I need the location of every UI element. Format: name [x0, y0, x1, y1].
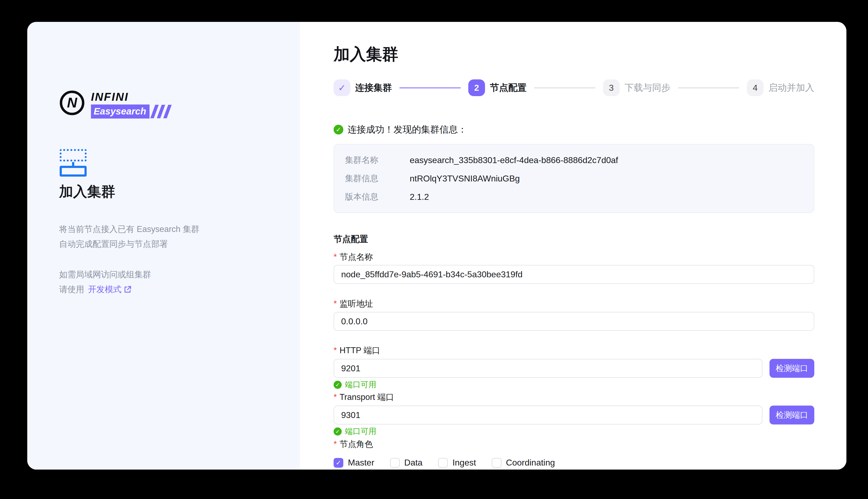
- node-config-section-title: 节点配置: [334, 234, 814, 244]
- node-name-input[interactable]: [334, 265, 814, 284]
- sidebar: N INFINI Easysearch 加入集群 将当前节点接入已有 Easys…: [27, 22, 300, 470]
- step-1-check-icon: ✓: [334, 80, 350, 96]
- http-port-status: ✓ 端口可用: [334, 380, 814, 390]
- node-roles-label: *节点角色: [334, 439, 814, 450]
- step-node-config[interactable]: 2 节点配置: [468, 80, 526, 96]
- step-connect-cluster[interactable]: ✓ 连接集群: [334, 80, 392, 96]
- transport-port-input[interactable]: [334, 405, 762, 425]
- role-ingest-label: Ingest: [452, 458, 476, 468]
- svg-text:N: N: [67, 95, 77, 110]
- role-master-label: Master: [348, 458, 374, 468]
- brand-name: INFINI: [91, 91, 169, 103]
- brand-text: INFINI Easysearch: [91, 91, 169, 119]
- brand-slashes-icon: [153, 105, 169, 118]
- transport-port-row: 检测端口: [334, 405, 814, 425]
- check-http-port-button[interactable]: 检测端口: [769, 359, 814, 378]
- sidebar-title: 加入集群: [59, 182, 115, 201]
- step-connector-1: [399, 87, 461, 88]
- cluster-uuid-label: 集群信息: [345, 173, 410, 184]
- cluster-uuid-value: ntROlqY3TVSNI8AWniuGBg: [410, 174, 520, 184]
- success-text: 连接成功！发现的集群信息：: [348, 123, 467, 136]
- sidebar-note-prefix: 请使用: [59, 282, 84, 297]
- connection-success-message: ✓ 连接成功！发现的集群信息：: [334, 123, 814, 136]
- step-1-label: 连接集群: [355, 82, 392, 94]
- role-coordinating-checkbox[interactable]: [492, 458, 501, 468]
- cluster-uuid-row: 集群信息 ntROlqY3TVSNI8AWniuGBg: [345, 169, 803, 188]
- cluster-info-panel: 集群名称 easysearch_335b8301-e8cf-4dea-b866-…: [334, 144, 814, 213]
- http-port-row: 检测端口: [334, 359, 814, 378]
- http-port-input[interactable]: [334, 359, 762, 378]
- success-check-icon: ✓: [334, 125, 343, 134]
- dev-mode-link[interactable]: 开发模式: [88, 282, 132, 297]
- brand-product: Easysearch: [91, 105, 150, 119]
- required-asterisk: *: [334, 392, 337, 402]
- cluster-name-row: 集群名称 easysearch_335b8301-e8cf-4dea-b866-…: [345, 151, 803, 169]
- infini-logo: N INFINI Easysearch: [59, 90, 169, 119]
- required-asterisk: *: [334, 345, 337, 355]
- sidebar-desc-line2: 自动完成配置同步与节点部署: [59, 236, 199, 252]
- main-panel: 加入集群 ✓ 连接集群 2 节点配置 3 下载与同步 4 启动并加入 ✓: [300, 22, 846, 470]
- cluster-version-value: 2.1.2: [410, 192, 429, 202]
- http-port-status-text: 端口可用: [345, 379, 376, 390]
- transport-port-label: *Transport 端口: [334, 392, 814, 403]
- port-ok-icon: ✓: [334, 381, 342, 389]
- role-ingest-checkbox[interactable]: [438, 458, 448, 468]
- listen-address-label: *监听地址: [334, 299, 814, 309]
- cluster-version-row: 版本信息 2.1.2: [345, 188, 803, 206]
- step-2-badge: 2: [468, 80, 485, 96]
- external-link-icon: [124, 285, 132, 293]
- check-transport-port-button[interactable]: 检测端口: [769, 405, 814, 425]
- node-roles-group: ✓ Master Data Ingest Coordinating: [334, 458, 814, 468]
- step-4-badge: 4: [747, 80, 764, 96]
- step-2-label: 节点配置: [490, 82, 526, 94]
- node-name-label: *节点名称: [334, 252, 814, 263]
- infini-logo-icon: N: [59, 90, 85, 116]
- page-title: 加入集群: [334, 46, 814, 63]
- role-master-checkbox[interactable]: ✓: [334, 458, 343, 468]
- role-coordinating-label: Coordinating: [506, 458, 555, 468]
- step-4-label: 启动并加入: [768, 82, 814, 94]
- role-data-label: Data: [404, 458, 423, 468]
- sidebar-note-line1: 如需局域网访问或组集群: [59, 267, 151, 282]
- listen-address-input[interactable]: [334, 312, 814, 331]
- sidebar-desc-line1: 将当前节点接入已有 Easysearch 集群: [59, 222, 199, 236]
- sidebar-note: 如需局域网访问或组集群 请使用 开发模式: [59, 267, 151, 297]
- required-asterisk: *: [334, 439, 337, 449]
- cluster-name-value: easysearch_335b8301-e8cf-4dea-b866-8886d…: [410, 155, 618, 165]
- role-master-option[interactable]: ✓ Master: [334, 458, 374, 468]
- required-asterisk: *: [334, 252, 337, 261]
- sidebar-description: 将当前节点接入已有 Easysearch 集群 自动完成配置同步与节点部署: [59, 222, 199, 252]
- stepper: ✓ 连接集群 2 节点配置 3 下载与同步 4 启动并加入: [334, 80, 814, 96]
- step-connector-2: [534, 87, 595, 88]
- role-data-checkbox[interactable]: [390, 458, 400, 468]
- port-ok-icon: ✓: [334, 427, 342, 436]
- cluster-name-label: 集群名称: [345, 155, 410, 166]
- transport-port-status-text: 端口可用: [345, 426, 376, 437]
- required-asterisk: *: [334, 299, 337, 308]
- step-start-join[interactable]: 4 启动并加入: [747, 80, 814, 96]
- step-3-badge: 3: [603, 80, 620, 96]
- step-connector-3: [678, 87, 739, 88]
- setup-wizard-card: N INFINI Easysearch 加入集群 将当前节点接入已有 Easys…: [27, 22, 846, 470]
- step-3-label: 下载与同步: [624, 82, 670, 94]
- role-coordinating-option[interactable]: Coordinating: [492, 458, 555, 468]
- transport-port-status: ✓ 端口可用: [334, 427, 814, 436]
- step-download-sync[interactable]: 3 下载与同步: [603, 80, 670, 96]
- role-ingest-option[interactable]: Ingest: [438, 458, 476, 468]
- http-port-label: *HTTP 端口: [334, 345, 814, 356]
- cluster-version-label: 版本信息: [345, 191, 410, 203]
- join-cluster-icon: [60, 149, 87, 175]
- role-data-option[interactable]: Data: [390, 458, 423, 468]
